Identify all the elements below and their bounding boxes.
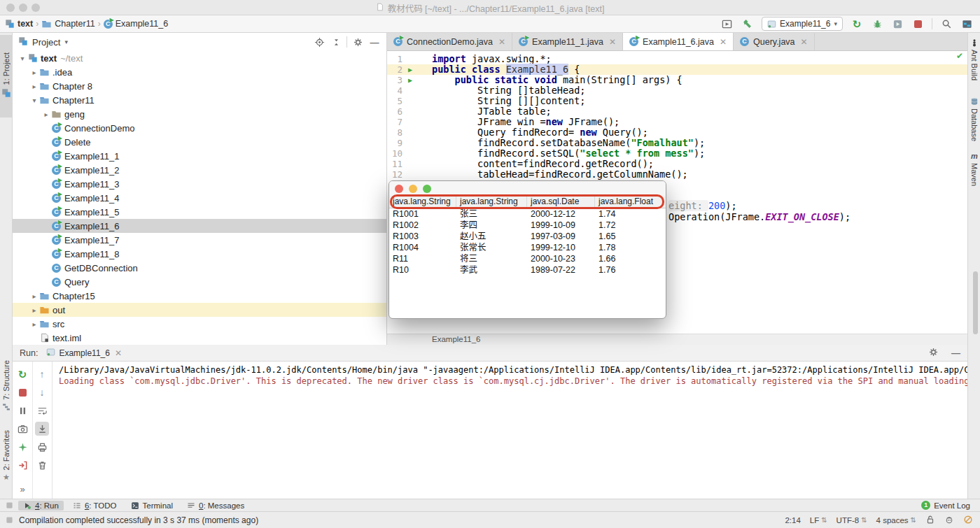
hide-panel-icon[interactable]: — bbox=[944, 348, 960, 358]
chevron-down-icon[interactable]: ▾ bbox=[64, 38, 68, 45]
gear-icon[interactable] bbox=[351, 36, 364, 48]
rerun-button[interactable]: ↻ bbox=[15, 367, 29, 381]
editor-tab-example11-1-java[interactable]: C▶Example11_1.java✕ bbox=[512, 33, 623, 50]
collapse-all-icon[interactable] bbox=[330, 36, 342, 48]
tree-item-out[interactable]: ▸out bbox=[13, 303, 386, 317]
highlighting-level-button[interactable] bbox=[944, 515, 954, 526]
editor-tab-query-java[interactable]: CQuery.java✕ bbox=[734, 33, 815, 50]
close-tab-icon[interactable]: ✕ bbox=[497, 37, 505, 47]
chevron-expanded-icon[interactable]: ▾ bbox=[30, 97, 38, 104]
screenshot-button[interactable] bbox=[15, 422, 29, 436]
tree-item-example11-8[interactable]: C▶Example11_8 bbox=[13, 247, 386, 261]
stop-button[interactable] bbox=[15, 385, 29, 399]
console-output[interactable]: /Library/Java/JavaVirtualMachines/jdk-11… bbox=[53, 362, 967, 499]
hide-panel-icon[interactable]: — bbox=[368, 36, 381, 48]
tree-item-text-iml[interactable]: text.iml bbox=[13, 331, 386, 345]
search-everywhere-button[interactable] bbox=[940, 17, 953, 30]
tool-tab-todo[interactable]: 6: TODO bbox=[68, 501, 122, 511]
tool-tab-maven[interactable]: mMaven bbox=[968, 152, 980, 186]
inspections-ok-icon[interactable]: ✔ bbox=[956, 51, 973, 61]
table-header-cell[interactable]: java.lang.String bbox=[389, 196, 456, 208]
popup-title-bar[interactable] bbox=[389, 181, 666, 196]
breadcrumb-item-text[interactable]: text bbox=[5, 19, 33, 29]
soft-wrap-button[interactable] bbox=[35, 404, 49, 418]
scroll-end-button[interactable] bbox=[35, 422, 49, 436]
tree-item-example11-5[interactable]: C▶Example11_5 bbox=[13, 205, 386, 219]
tool-tab-database[interactable]: Database bbox=[968, 97, 980, 141]
line-ending-select[interactable]: LF⇅ bbox=[810, 516, 827, 525]
tool-tab-project[interactable]: 1: Project bbox=[0, 35, 13, 117]
table-header-cell[interactable]: java.lang.String bbox=[456, 196, 527, 208]
tool-tab-terminal[interactable]: Terminal bbox=[126, 501, 178, 511]
tree-item-chapter11[interactable]: ▾Chapter11 bbox=[13, 93, 386, 107]
run-tab[interactable]: Example11_6 ✕ bbox=[43, 348, 125, 359]
close-tab-icon[interactable]: ✕ bbox=[608, 37, 616, 47]
chevron-collapsed-icon[interactable]: ▸ bbox=[42, 110, 50, 118]
chevron-collapsed-icon[interactable]: ▸ bbox=[30, 292, 38, 300]
print-button[interactable] bbox=[35, 440, 49, 454]
close-tab-icon[interactable]: ✕ bbox=[718, 37, 727, 47]
tree-item-query[interactable]: CQuery bbox=[13, 275, 386, 289]
table-row[interactable]: R1004张常长1999-12-101.78 bbox=[389, 242, 666, 253]
build-hammer-button[interactable] bbox=[741, 17, 754, 30]
tree-item-geng[interactable]: ▸geng bbox=[13, 107, 386, 121]
tree-item-chapter15[interactable]: ▸Chapter15 bbox=[13, 289, 386, 303]
tree-item-example11-2[interactable]: C▶Example11_2 bbox=[13, 163, 386, 177]
chevron-expanded-icon[interactable]: ▾ bbox=[18, 55, 27, 62]
down-stack-button[interactable]: ↓ bbox=[35, 385, 49, 399]
toolwindow-toggle-icon[interactable] bbox=[0, 516, 19, 524]
gear-icon[interactable] bbox=[928, 347, 939, 359]
stop-button[interactable] bbox=[911, 17, 924, 30]
tree-item-example11-3[interactable]: C▶Example11_3 bbox=[13, 177, 386, 191]
locate-icon[interactable] bbox=[313, 36, 326, 48]
lock-button[interactable] bbox=[925, 515, 935, 526]
indent-select[interactable]: 4 spaces⇅ bbox=[876, 516, 916, 525]
table-row[interactable]: R11将三2000-10-231.66 bbox=[389, 253, 666, 264]
table-row[interactable]: R10李武1989-07-221.76 bbox=[389, 264, 666, 276]
tree-item-delete[interactable]: C▶Delete bbox=[13, 135, 386, 149]
editor-breadcrumb[interactable]: Example11_6 bbox=[387, 334, 967, 345]
close-icon[interactable]: ✕ bbox=[113, 348, 122, 358]
editor-tab-connectiondemo-java[interactable]: C▶ConnectionDemo.java✕ bbox=[387, 33, 512, 50]
tree-item--idea[interactable]: ▸.idea bbox=[13, 65, 386, 79]
tool-tab-structure[interactable]: 7: Structure bbox=[0, 360, 13, 413]
tool-tab-favorites[interactable]: 2: Favorites ★ bbox=[0, 430, 13, 482]
chevron-collapsed-icon[interactable]: ▸ bbox=[30, 69, 38, 76]
run-gutter-icon[interactable]: ▶ bbox=[408, 64, 412, 75]
restart-button[interactable] bbox=[15, 440, 29, 454]
event-log[interactable]: 1 Event Log bbox=[921, 501, 980, 510]
tree-item-example11-6[interactable]: C▶Example11_6 bbox=[13, 219, 386, 233]
close-tab-icon[interactable]: ✕ bbox=[799, 37, 808, 47]
open-in-window-button[interactable] bbox=[721, 17, 734, 30]
table-header-cell[interactable]: java.lang.Float bbox=[595, 196, 666, 208]
editor-tab-example11-6-java[interactable]: C▶Example11_6.java✕ bbox=[623, 33, 734, 50]
exit-button[interactable] bbox=[15, 458, 29, 472]
tree-item-connectiondemo[interactable]: C▶ConnectionDemo bbox=[13, 121, 386, 135]
table-header-cell[interactable]: java.sql.Date bbox=[527, 196, 595, 208]
debug-button[interactable] bbox=[871, 17, 883, 30]
project-structure-button[interactable] bbox=[960, 17, 973, 30]
tree-item-getdbconnection[interactable]: CGetDBConnection bbox=[13, 261, 386, 275]
tree-item-example11-4[interactable]: C▶Example11_4 bbox=[13, 191, 386, 205]
breadcrumb-item-chapter11[interactable]: Chapter11 bbox=[41, 19, 94, 29]
table-row[interactable]: R1003赵小五1997-03-091.65 bbox=[389, 231, 666, 242]
close-button[interactable] bbox=[395, 185, 403, 193]
project-view-title[interactable]: Project bbox=[32, 37, 60, 48]
coverage-button[interactable] bbox=[891, 17, 904, 30]
disable-inspections-button[interactable] bbox=[963, 515, 973, 526]
rerun-button[interactable]: ↻ bbox=[850, 17, 863, 30]
tree-item-src[interactable]: ▸src bbox=[13, 317, 386, 331]
table-row[interactable]: R1002李四1999-10-091.72 bbox=[389, 220, 666, 231]
more-options-button[interactable]: » bbox=[15, 482, 29, 496]
pause-button[interactable] bbox=[15, 404, 29, 418]
tree-item-example11-7[interactable]: C▶Example11_7 bbox=[13, 233, 386, 247]
zoom-button[interactable] bbox=[423, 185, 431, 193]
chevron-collapsed-icon[interactable]: ▸ bbox=[30, 320, 38, 328]
tree-item-text[interactable]: ▾text ~/text bbox=[13, 51, 386, 65]
tool-tab-messages[interactable]: 0: Messages bbox=[182, 501, 249, 511]
chevron-collapsed-icon[interactable]: ▸ bbox=[30, 306, 38, 314]
up-stack-button[interactable]: ↑ bbox=[35, 367, 49, 381]
clear-button[interactable] bbox=[35, 458, 49, 472]
chevron-collapsed-icon[interactable]: ▸ bbox=[30, 83, 38, 90]
caret-position[interactable]: 2:14 bbox=[785, 516, 800, 525]
